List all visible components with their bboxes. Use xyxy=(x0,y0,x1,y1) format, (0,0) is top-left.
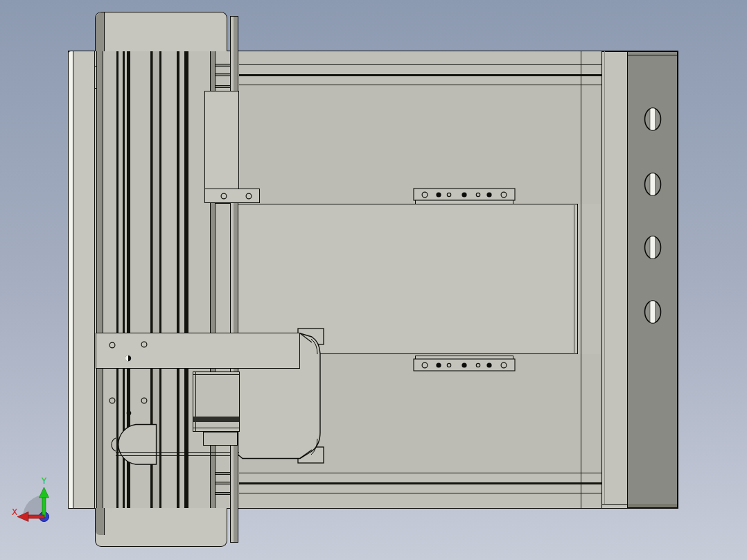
axis-triad: Y X xyxy=(12,475,49,522)
end-cap-fasteners xyxy=(645,108,661,323)
mounting-holes xyxy=(109,192,507,415)
fastener-pin-highlight xyxy=(650,301,656,323)
hole-filled xyxy=(462,362,466,367)
hole-open xyxy=(221,193,227,199)
fastener-pin-highlight xyxy=(650,236,656,259)
fastener-pin-highlight xyxy=(650,173,656,195)
x-axis-label: X xyxy=(12,507,17,517)
hole-filled xyxy=(486,362,491,367)
y-axis-shaft xyxy=(42,496,46,517)
y-axis-label: Y xyxy=(42,475,47,486)
hole-open xyxy=(109,398,115,403)
hole-open xyxy=(141,398,147,403)
x-axis-shaft xyxy=(28,515,44,518)
fastener-pin-highlight xyxy=(650,108,656,130)
hole-filled xyxy=(436,362,441,367)
cam-inner-arc xyxy=(311,439,317,455)
y-axis-arrowhead xyxy=(39,487,49,498)
hole-open xyxy=(141,342,147,347)
hole-filled xyxy=(486,192,491,197)
cam-inner-arc xyxy=(311,339,317,354)
hole-screw-highlight xyxy=(125,356,128,361)
hole-open xyxy=(246,193,252,199)
hole-filled xyxy=(436,192,441,197)
hole-open-small xyxy=(127,411,130,414)
hole-filled xyxy=(462,192,466,197)
x-axis-arrowhead xyxy=(17,512,28,522)
hole-open xyxy=(109,342,115,348)
cad-viewport[interactable]: Y X xyxy=(0,0,747,560)
detail-overlay: Y X xyxy=(0,0,747,560)
